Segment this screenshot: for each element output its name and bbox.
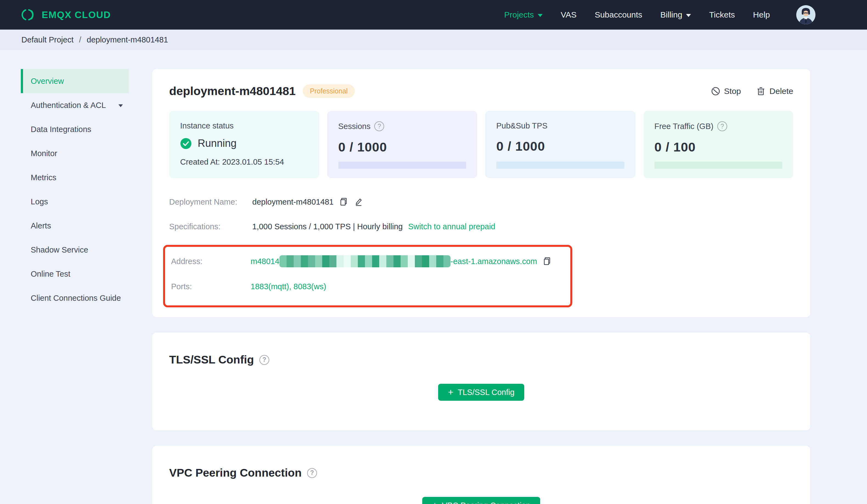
breadcrumb: Default Project / deployment-m4801481 xyxy=(0,30,867,50)
plus-icon: + xyxy=(448,387,453,397)
address-prefix: m48014 xyxy=(250,257,279,266)
sidebar: Overview Authentication & ACL Data Integ… xyxy=(21,69,129,310)
stop-button[interactable]: Stop xyxy=(711,87,741,96)
add-vpc-peering-connection-button[interactable]: + VPC Peering Connection xyxy=(422,497,540,504)
ban-icon xyxy=(711,87,720,96)
traffic-progress-bar xyxy=(654,162,783,169)
sessions-value: 0 / 1000 xyxy=(338,140,467,154)
add-tls-ssl-config-button[interactable]: + TLS/SSL Config xyxy=(438,384,525,401)
check-circle-icon xyxy=(180,138,192,149)
sidebar-item-metrics[interactable]: Metrics xyxy=(21,165,129,189)
sidebar-item-data-integrations[interactable]: Data Integrations xyxy=(21,117,129,141)
breadcrumb-separator: / xyxy=(79,35,81,44)
sidebar-item-overview[interactable]: Overview xyxy=(21,69,129,93)
address-redacted xyxy=(279,255,450,267)
question-circle-icon[interactable]: ? xyxy=(717,121,727,131)
nav-help[interactable]: Help xyxy=(753,10,770,20)
question-circle-icon[interactable]: ? xyxy=(374,121,384,131)
switch-annual-prepaid-link[interactable]: Switch to annual prepaid xyxy=(408,222,495,231)
top-nav: EMQX CLOUD Projects VAS Subaccounts Bill… xyxy=(0,0,867,30)
plus-icon: + xyxy=(432,501,438,504)
delete-button[interactable]: Delete xyxy=(756,87,793,96)
tls-heading: TLS/SSL Config xyxy=(169,353,254,366)
deployment-details: Deployment Name: deployment-m4801481 xyxy=(169,196,793,307)
deployment-name-value: deployment-m4801481 xyxy=(252,197,334,207)
created-at: Created At: 2023.01.05 15:54 xyxy=(180,157,308,166)
chevron-down-icon xyxy=(538,14,543,17)
sidebar-item-monitor[interactable]: Monitor xyxy=(21,141,129,165)
address-annotation-box: Address: m48014 -east-1.amazonaws.com xyxy=(163,245,572,307)
stats-row: Instance status Running Created At: 2023… xyxy=(169,111,793,178)
nav-projects[interactable]: Projects xyxy=(504,10,543,20)
sidebar-item-client-connections-guide[interactable]: Client Connections Guide xyxy=(21,286,129,310)
tls-ssl-card: TLS/SSL Config ? + TLS/SSL Config xyxy=(152,332,810,430)
question-circle-icon[interactable]: ? xyxy=(307,468,317,478)
breadcrumb-project[interactable]: Default Project xyxy=(21,35,74,44)
sidebar-item-authentication-acl[interactable]: Authentication & ACL xyxy=(21,93,129,117)
nav-billing[interactable]: Billing xyxy=(660,10,691,20)
vpc-heading: VPC Peering Connection xyxy=(169,467,302,479)
ports-label: Ports: xyxy=(171,282,250,291)
nav-vas[interactable]: VAS xyxy=(561,10,577,20)
plan-badge: Professional xyxy=(303,84,355,98)
question-circle-icon[interactable]: ? xyxy=(259,355,269,365)
tps-value: 0 / 1000 xyxy=(496,139,624,154)
vpc-peering-card: VPC Peering Connection ? + VPC Peering C… xyxy=(152,446,810,504)
chevron-down-icon xyxy=(686,14,691,17)
brand[interactable]: EMQX CLOUD xyxy=(21,8,111,22)
sidebar-item-shadow-service[interactable]: Shadow Service xyxy=(21,238,129,262)
user-avatar[interactable] xyxy=(796,5,815,24)
brand-name: EMQX CLOUD xyxy=(42,9,111,20)
traffic-value: 0 / 100 xyxy=(654,140,783,154)
tps-progress-bar xyxy=(496,162,624,169)
deployment-overview-card: deployment-m4801481 Professional Stop xyxy=(152,69,810,317)
emqx-logo-icon xyxy=(21,8,35,22)
sidebar-item-online-test[interactable]: Online Test xyxy=(21,262,129,286)
sidebar-item-logs[interactable]: Logs xyxy=(21,189,129,213)
deployment-name-label: Deployment Name: xyxy=(169,197,252,207)
nav-items: Projects VAS Subaccounts Billing Tickets… xyxy=(504,10,770,20)
trash-icon xyxy=(756,87,766,96)
status-text: Running xyxy=(198,138,237,149)
specifications-value: 1,000 Sessions / 1,000 TPS | Hourly bill… xyxy=(252,222,403,231)
sidebar-item-alerts[interactable]: Alerts xyxy=(21,213,129,238)
pencil-icon[interactable] xyxy=(353,197,363,207)
nav-tickets[interactable]: Tickets xyxy=(709,10,735,20)
copy-icon[interactable] xyxy=(339,197,349,207)
ports-value: 1883(mqtt), 8083(ws) xyxy=(250,282,326,291)
free-traffic-card: Free Traffic (GB) ? 0 / 100 xyxy=(643,111,793,178)
deployment-title: deployment-m4801481 xyxy=(169,84,296,98)
address-label: Address: xyxy=(171,257,250,266)
address-suffix: -east-1.amazonaws.com xyxy=(450,257,537,266)
copy-icon[interactable] xyxy=(542,256,552,266)
sessions-progress-bar xyxy=(338,162,467,169)
breadcrumb-deployment: deployment-m4801481 xyxy=(87,35,168,44)
sessions-card: Sessions ? 0 / 1000 xyxy=(328,111,478,178)
instance-status-card: Instance status Running Created At: 2023… xyxy=(169,111,319,178)
nav-subaccounts[interactable]: Subaccounts xyxy=(595,10,642,20)
chevron-down-icon xyxy=(118,105,123,107)
main-content: deployment-m4801481 Professional Stop xyxy=(152,69,810,504)
specifications-label: Specifications: xyxy=(169,222,252,231)
pubsub-tps-card: Pub&Sub TPS 0 / 1000 xyxy=(485,111,635,178)
